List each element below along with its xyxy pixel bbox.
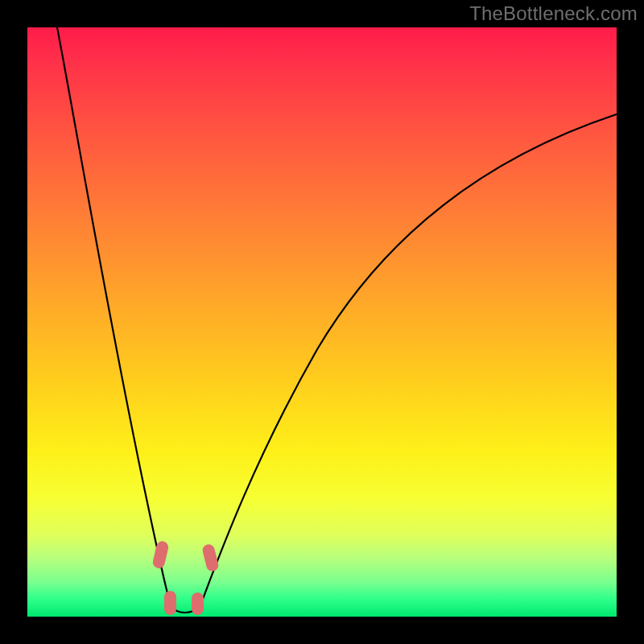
chart-svg: [27, 27, 617, 617]
chart-frame: TheBottleneck.com: [0, 0, 644, 644]
curve-right-branch: [200, 114, 617, 605]
watermark-text: TheBottleneck.com: [469, 2, 638, 25]
marker-valley-left: [164, 591, 176, 615]
marker-right-shoulder: [201, 543, 220, 573]
marker-left-shoulder: [151, 540, 169, 570]
marker-valley-right: [192, 592, 204, 615]
curve-left-branch: [57, 27, 171, 605]
